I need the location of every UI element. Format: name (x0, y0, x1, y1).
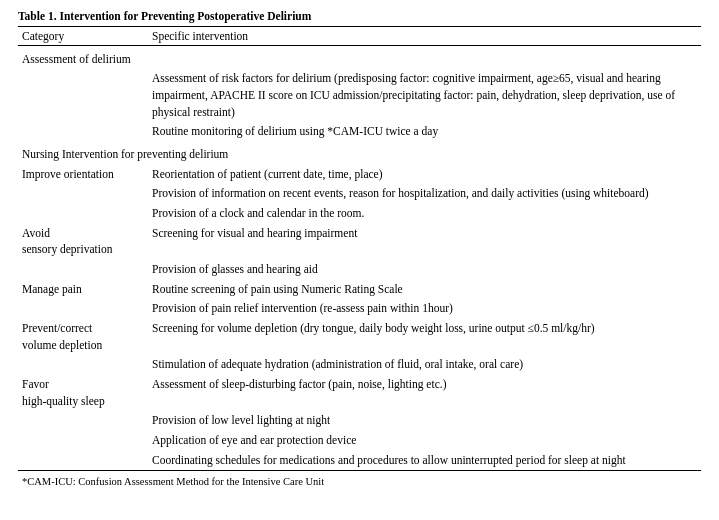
table-row: Routine monitoring of delirium using *CA… (18, 122, 701, 142)
table-row: Assessment of risk factors for delirium … (18, 69, 701, 122)
category-cell (18, 122, 148, 142)
table-row: Improve orientationReorientation of pati… (18, 164, 701, 184)
table-row: Prevent/correct volume depletionScreenin… (18, 318, 701, 354)
category-cell: Prevent/correct volume depletion (18, 318, 148, 354)
table-row: Favor high-quality sleepAssessment of sl… (18, 374, 701, 410)
intervention-cell: Assessment of risk factors for delirium … (148, 69, 701, 122)
intervention-cell: Screening for visual and hearing impairm… (148, 223, 701, 259)
table-section-row: Nursing Intervention for preventing deli… (18, 141, 701, 164)
table-row: Provision of a clock and calendar in the… (18, 203, 701, 223)
intervention-cell: Provision of glasses and hearing aid (148, 259, 701, 279)
category-cell (18, 450, 148, 470)
intervention-cell: Assessment of sleep-disturbing factor (p… (148, 374, 701, 410)
table-section-row: Assessment of delirium (18, 46, 701, 69)
column-header-category: Category (18, 27, 148, 46)
intervention-cell: Routine monitoring of delirium using *CA… (148, 122, 701, 142)
table-row: Stimulation of adequate hydration (admin… (18, 355, 701, 375)
section-header-cell: Nursing Intervention for preventing deli… (18, 141, 701, 164)
column-header-intervention: Specific intervention (148, 27, 701, 46)
section-header-cell: Assessment of delirium (18, 46, 701, 69)
table-title: Table 1. Intervention for Preventing Pos… (18, 10, 701, 22)
intervention-cell: Application of eye and ear protection de… (148, 430, 701, 450)
intervention-cell: Provision of information on recent event… (148, 184, 701, 204)
table-row: Coordinating schedules for medications a… (18, 450, 701, 470)
category-cell (18, 355, 148, 375)
category-cell (18, 184, 148, 204)
category-cell: Manage pain (18, 279, 148, 299)
intervention-cell: Reorientation of patient (current date, … (148, 164, 701, 184)
intervention-cell: Provision of a clock and calendar in the… (148, 203, 701, 223)
table-footnote: *CAM-ICU: Confusion Assessment Method fo… (18, 470, 701, 490)
table-row: Provision of information on recent event… (18, 184, 701, 204)
intervention-cell: Provision of low level lighting at night (148, 411, 701, 431)
category-cell (18, 203, 148, 223)
category-cell (18, 299, 148, 319)
category-cell: Improve orientation (18, 164, 148, 184)
category-cell (18, 69, 148, 122)
category-cell (18, 259, 148, 279)
intervention-cell: Coordinating schedules for medications a… (148, 450, 701, 470)
category-cell (18, 411, 148, 431)
table-row: Avoid sensory deprivationScreening for v… (18, 223, 701, 259)
category-cell: Avoid sensory deprivation (18, 223, 148, 259)
table-row: Application of eye and ear protection de… (18, 430, 701, 450)
intervention-cell: Screening for volume depletion (dry tong… (148, 318, 701, 354)
table-row: Provision of low level lighting at night (18, 411, 701, 431)
table-row: Provision of glasses and hearing aid (18, 259, 701, 279)
category-cell: Favor high-quality sleep (18, 374, 148, 410)
intervention-cell: Stimulation of adequate hydration (admin… (148, 355, 701, 375)
table-row: Manage painRoutine screening of pain usi… (18, 279, 701, 299)
table-row: Provision of pain relief intervention (r… (18, 299, 701, 319)
intervention-cell: Provision of pain relief intervention (r… (148, 299, 701, 319)
intervention-cell: Routine screening of pain using Numeric … (148, 279, 701, 299)
category-cell (18, 430, 148, 450)
